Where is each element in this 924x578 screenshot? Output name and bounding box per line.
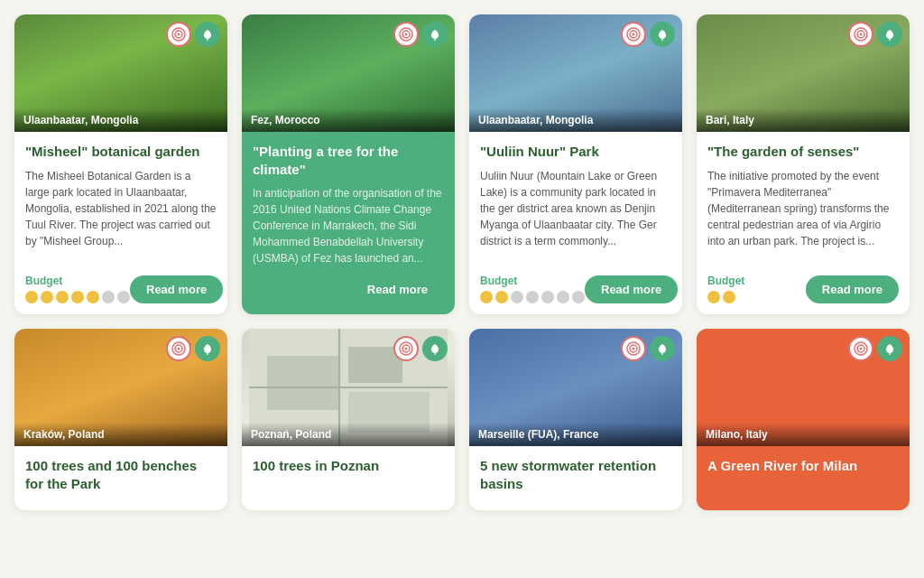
leaf-icon [877,336,902,361]
card-location-100trees: Kraków, Poland [14,423,227,446]
budget-dot-5 [557,291,569,303]
card-location-uuliin: Ulaanbaatar, Mongolia [469,108,682,132]
card-body-misheel: "Misheel" botanical gardenThe Misheel Bo… [14,132,227,314]
card-poznan: Poznań, Poland 100 trees in Poznan [242,329,455,510]
card-uuliin: Ulaanbaatar, Mongolia "Uuliin Nuur" Park… [469,14,682,314]
target-icon [393,22,419,47]
budget-dot-3 [71,291,84,303]
card-icons-misheel [166,22,220,47]
card-title-misheel: "Misheel" botanical garden [25,143,217,161]
card-title-milan: A Green River for Milan [707,457,899,475]
leaf-icon [195,336,220,361]
budget-dots-uuliin [480,291,585,303]
card-image-poznan: Poznań, Poland [242,329,455,446]
card-icons-poznan [393,336,448,361]
budget-dot-0 [707,291,720,303]
card-body-marseille: 5 new stormwater retention basins [469,446,682,510]
card-footer-planting: Read more [253,275,444,303]
svg-point-18 [178,348,180,350]
card-title-100trees: 100 trees and 100 benches for the Park [25,457,217,492]
card-body-garden-senses: "The garden of senses"The initiative pro… [697,132,910,314]
card-image-planting: Fez, Morocco [242,14,455,132]
budget-dot-2 [56,291,69,303]
card-icons-100trees [166,336,220,361]
budget-dot-1 [723,291,735,303]
budget-dot-5 [102,291,115,303]
card-desc-garden-senses: The initiative promoted by the event "Pr… [707,168,899,266]
card-body-uuliin: "Uuliin Nuur" ParkUuliin Nuur (Mountain … [469,132,682,314]
svg-point-28 [405,348,408,350]
budget-label-uuliin: Budget [480,275,585,287]
budget-label-misheel: Budget [25,275,130,287]
leaf-icon [650,336,675,361]
budget-dot-0 [480,291,493,303]
card-image-uuliin: Ulaanbaatar, Mongolia [469,14,682,132]
budget-section-uuliin: Budget [480,275,585,303]
budget-dot-1 [495,291,508,303]
card-location-marseille: Marseille (FUA), France [469,423,682,446]
budget-dot-3 [526,291,539,303]
card-location-misheel: Ulaanbaatar, Mongolia [14,108,227,132]
svg-point-6 [405,33,408,36]
card-body-100trees: 100 trees and 100 benches for the Park [14,446,227,510]
card-body-planting: "Planting a tree for the climate"In anti… [242,132,455,314]
budget-section-garden-senses: Budget [707,275,744,303]
read-more-button-uuliin[interactable]: Read more [585,275,678,303]
card-milan: Milano, Italy A Green River for Milan [697,329,910,510]
card-image-100trees: Kraków, Poland [14,329,227,446]
target-icon [166,336,191,361]
svg-point-10 [633,33,635,36]
svg-point-2 [178,33,180,36]
card-image-marseille: Marseille (FUA), France [469,329,682,446]
card-title-planting: "Planting a tree for the climate" [253,143,444,178]
read-more-button-misheel[interactable]: Read more [130,275,223,303]
svg-point-36 [860,348,863,350]
card-title-uuliin: "Uuliin Nuur" Park [480,143,671,161]
card-icons-marseille [621,336,675,361]
card-footer-garden-senses: BudgetRead more [707,275,899,303]
budget-dot-4 [87,291,99,303]
target-icon [166,22,191,47]
budget-dot-1 [41,291,53,303]
card-image-garden-senses: Bari, Italy [697,14,910,132]
read-more-button-garden-senses[interactable]: Read more [806,275,899,303]
card-footer-uuliin: BudgetRead more [480,275,671,303]
budget-label-garden-senses: Budget [707,275,744,287]
svg-point-32 [633,348,635,350]
target-icon [848,22,873,47]
card-body-milan: A Green River for Milan [697,446,910,510]
leaf-icon [650,22,675,47]
card-icons-uuliin [621,22,675,47]
target-icon [393,336,419,361]
leaf-icon [422,22,448,47]
card-desc-uuliin: Uuliin Nuur (Mountain Lake or Green Lake… [480,168,671,266]
card-desc-misheel: The Misheel Botanical Garden is a large … [25,168,217,266]
card-location-poznan: Poznań, Poland [242,423,455,446]
card-location-garden-senses: Bari, Italy [697,108,910,132]
card-icons-planting [393,22,448,47]
target-icon [621,22,646,47]
card-marseille: Marseille (FUA), France 5 new stormwater… [469,329,682,510]
card-misheel: Ulaanbaatar, Mongolia "Misheel" botanica… [14,14,227,314]
budget-dot-0 [25,291,38,303]
card-body-poznan: 100 trees in Poznan [242,446,455,510]
svg-rect-21 [267,356,339,410]
leaf-icon [877,22,902,47]
budget-section-misheel: Budget [25,275,130,303]
card-grid: Ulaanbaatar, Mongolia "Misheel" botanica… [14,14,910,510]
card-title-poznan: 100 trees in Poznan [253,457,444,475]
read-more-button-planting[interactable]: Read more [351,275,444,303]
card-title-marseille: 5 new stormwater retention basins [480,457,671,492]
budget-dot-2 [511,291,523,303]
card-100trees: Kraków, Poland 100 trees and 100 benches… [14,329,227,510]
target-icon [621,336,646,361]
card-location-planting: Fez, Morocco [242,108,455,132]
target-icon [848,336,873,361]
card-title-garden-senses: "The garden of senses" [707,143,899,161]
budget-dot-6 [572,291,585,303]
card-icons-milan [848,336,902,361]
card-planting: Fez, Morocco "Planting a tree for the cl… [242,14,455,314]
card-image-milan: Milano, Italy [697,329,910,446]
card-image-misheel: Ulaanbaatar, Mongolia [14,14,227,132]
budget-dot-4 [541,291,554,303]
